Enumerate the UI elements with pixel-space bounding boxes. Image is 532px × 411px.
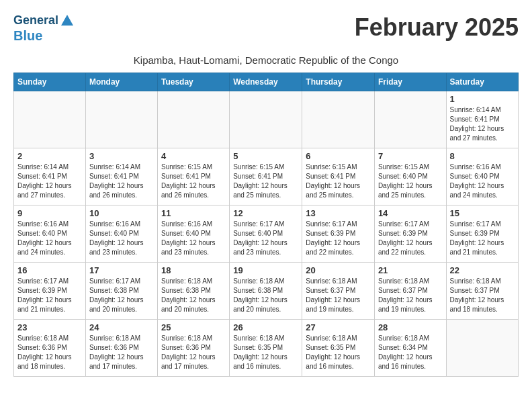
- calendar-cell: [14, 91, 86, 148]
- day-info: Sunrise: 6:17 AM Sunset: 6:39 PM Dayligh…: [17, 277, 82, 314]
- weekday-header-tuesday: Tuesday: [157, 73, 229, 91]
- calendar-cell: 28Sunrise: 6:18 AM Sunset: 6:34 PM Dayli…: [374, 319, 446, 376]
- calendar-cell: 11Sunrise: 6:16 AM Sunset: 6:40 PM Dayli…: [157, 205, 229, 262]
- calendar-cell: 17Sunrise: 6:17 AM Sunset: 6:38 PM Dayli…: [85, 262, 157, 319]
- day-info: Sunrise: 6:18 AM Sunset: 6:35 PM Dayligh…: [306, 334, 371, 371]
- calendar-cell: 15Sunrise: 6:17 AM Sunset: 6:39 PM Dayli…: [446, 205, 518, 262]
- calendar-cell: [157, 91, 229, 148]
- day-number: 1: [450, 94, 515, 104]
- calendar-cell: 10Sunrise: 6:16 AM Sunset: 6:40 PM Dayli…: [85, 205, 157, 262]
- calendar-cell: 23Sunrise: 6:18 AM Sunset: 6:36 PM Dayli…: [14, 319, 86, 376]
- calendar-cell: 20Sunrise: 6:18 AM Sunset: 6:37 PM Dayli…: [302, 262, 375, 319]
- svg-marker-0: [61, 15, 73, 26]
- calendar-cell: 8Sunrise: 6:16 AM Sunset: 6:40 PM Daylig…: [446, 148, 518, 205]
- calendar-cell: 26Sunrise: 6:18 AM Sunset: 6:35 PM Dayli…: [230, 319, 302, 376]
- day-info: Sunrise: 6:18 AM Sunset: 6:37 PM Dayligh…: [450, 277, 515, 314]
- day-info: Sunrise: 6:16 AM Sunset: 6:40 PM Dayligh…: [161, 220, 226, 257]
- weekday-header-sunday: Sunday: [14, 73, 86, 91]
- day-info: Sunrise: 6:15 AM Sunset: 6:41 PM Dayligh…: [161, 163, 226, 200]
- day-info: Sunrise: 6:18 AM Sunset: 6:38 PM Dayligh…: [161, 277, 226, 314]
- day-info: Sunrise: 6:17 AM Sunset: 6:39 PM Dayligh…: [450, 220, 515, 257]
- day-info: Sunrise: 6:18 AM Sunset: 6:36 PM Dayligh…: [17, 334, 82, 371]
- day-number: 5: [233, 151, 298, 161]
- day-number: 17: [89, 265, 154, 275]
- day-info: Sunrise: 6:18 AM Sunset: 6:36 PM Dayligh…: [161, 334, 226, 371]
- day-info: Sunrise: 6:15 AM Sunset: 6:41 PM Dayligh…: [233, 163, 298, 200]
- day-number: 22: [450, 265, 515, 275]
- day-info: Sunrise: 6:18 AM Sunset: 6:37 PM Dayligh…: [306, 277, 371, 314]
- day-number: 11: [161, 208, 226, 218]
- day-number: 8: [450, 151, 515, 161]
- day-info: Sunrise: 6:16 AM Sunset: 6:40 PM Dayligh…: [450, 163, 515, 200]
- day-info: Sunrise: 6:18 AM Sunset: 6:35 PM Dayligh…: [233, 334, 298, 371]
- calendar-cell: 12Sunrise: 6:17 AM Sunset: 6:40 PM Dayli…: [230, 205, 302, 262]
- weekday-header-friday: Friday: [374, 73, 446, 91]
- day-number: 10: [89, 208, 154, 218]
- day-number: 2: [17, 151, 82, 161]
- day-info: Sunrise: 6:15 AM Sunset: 6:40 PM Dayligh…: [378, 163, 443, 200]
- calendar-cell: [85, 91, 157, 148]
- calendar-cell: 2Sunrise: 6:14 AM Sunset: 6:41 PM Daylig…: [14, 148, 86, 205]
- day-info: Sunrise: 6:17 AM Sunset: 6:39 PM Dayligh…: [306, 220, 371, 257]
- day-info: Sunrise: 6:16 AM Sunset: 6:40 PM Dayligh…: [89, 220, 154, 257]
- day-info: Sunrise: 6:17 AM Sunset: 6:40 PM Dayligh…: [233, 220, 298, 257]
- day-info: Sunrise: 6:18 AM Sunset: 6:37 PM Dayligh…: [378, 277, 443, 314]
- day-number: 27: [306, 322, 371, 332]
- day-number: 15: [450, 208, 515, 218]
- day-number: 4: [161, 151, 226, 161]
- day-info: Sunrise: 6:16 AM Sunset: 6:40 PM Dayligh…: [17, 220, 82, 257]
- calendar-cell: 27Sunrise: 6:18 AM Sunset: 6:35 PM Dayli…: [302, 319, 375, 376]
- calendar-cell: 24Sunrise: 6:18 AM Sunset: 6:36 PM Dayli…: [85, 319, 157, 376]
- day-info: Sunrise: 6:18 AM Sunset: 6:34 PM Dayligh…: [378, 334, 443, 371]
- logo-text: General Blue: [13, 13, 75, 44]
- location-subtitle: Kipamba, Haut-Lomami, Democratic Republi…: [13, 54, 519, 66]
- weekday-header-wednesday: Wednesday: [230, 73, 302, 91]
- logo: General Blue: [13, 13, 75, 44]
- calendar-cell: 3Sunrise: 6:14 AM Sunset: 6:41 PM Daylig…: [85, 148, 157, 205]
- month-year-title: February 2025: [355, 13, 519, 42]
- day-number: 23: [17, 322, 82, 332]
- calendar-cell: 5Sunrise: 6:15 AM Sunset: 6:41 PM Daylig…: [230, 148, 302, 205]
- day-info: Sunrise: 6:17 AM Sunset: 6:39 PM Dayligh…: [378, 220, 443, 257]
- day-info: Sunrise: 6:14 AM Sunset: 6:41 PM Dayligh…: [89, 163, 154, 200]
- calendar-cell: 6Sunrise: 6:15 AM Sunset: 6:41 PM Daylig…: [302, 148, 375, 205]
- calendar-cell: 18Sunrise: 6:18 AM Sunset: 6:38 PM Dayli…: [157, 262, 229, 319]
- day-info: Sunrise: 6:14 AM Sunset: 6:41 PM Dayligh…: [450, 105, 515, 143]
- day-info: Sunrise: 6:15 AM Sunset: 6:41 PM Dayligh…: [306, 163, 371, 200]
- day-number: 25: [161, 322, 226, 332]
- day-number: 3: [89, 151, 154, 161]
- calendar-cell: 4Sunrise: 6:15 AM Sunset: 6:41 PM Daylig…: [157, 148, 229, 205]
- day-number: 9: [17, 208, 82, 218]
- weekday-header-monday: Monday: [85, 73, 157, 91]
- calendar-cell: 1Sunrise: 6:14 AM Sunset: 6:41 PM Daylig…: [446, 91, 518, 148]
- day-number: 12: [233, 208, 298, 218]
- day-number: 16: [17, 265, 82, 275]
- day-number: 18: [161, 265, 226, 275]
- day-info: Sunrise: 6:14 AM Sunset: 6:41 PM Dayligh…: [17, 163, 82, 200]
- day-info: Sunrise: 6:17 AM Sunset: 6:38 PM Dayligh…: [89, 277, 154, 314]
- day-number: 20: [306, 265, 371, 275]
- day-number: 28: [378, 322, 443, 332]
- calendar-cell: [446, 319, 518, 376]
- day-info: Sunrise: 6:18 AM Sunset: 6:36 PM Dayligh…: [89, 334, 154, 371]
- day-number: 7: [378, 151, 443, 161]
- calendar-cell: 7Sunrise: 6:15 AM Sunset: 6:40 PM Daylig…: [374, 148, 446, 205]
- day-number: 14: [378, 208, 443, 218]
- day-number: 13: [306, 208, 371, 218]
- weekday-header-saturday: Saturday: [446, 73, 518, 91]
- calendar-cell: [374, 91, 446, 148]
- calendar-cell: 22Sunrise: 6:18 AM Sunset: 6:37 PM Dayli…: [446, 262, 518, 319]
- calendar-cell: [230, 91, 302, 148]
- day-number: 21: [378, 265, 443, 275]
- calendar-cell: 19Sunrise: 6:18 AM Sunset: 6:38 PM Dayli…: [230, 262, 302, 319]
- weekday-header-thursday: Thursday: [302, 73, 375, 91]
- calendar-cell: [302, 91, 375, 148]
- day-number: 24: [89, 322, 154, 332]
- day-number: 26: [233, 322, 298, 332]
- day-number: 6: [306, 151, 371, 161]
- day-info: Sunrise: 6:18 AM Sunset: 6:38 PM Dayligh…: [233, 277, 298, 314]
- calendar-cell: 13Sunrise: 6:17 AM Sunset: 6:39 PM Dayli…: [302, 205, 375, 262]
- calendar-cell: 25Sunrise: 6:18 AM Sunset: 6:36 PM Dayli…: [157, 319, 229, 376]
- calendar-table: SundayMondayTuesdayWednesdayThursdayFrid…: [13, 73, 519, 377]
- calendar-cell: 14Sunrise: 6:17 AM Sunset: 6:39 PM Dayli…: [374, 205, 446, 262]
